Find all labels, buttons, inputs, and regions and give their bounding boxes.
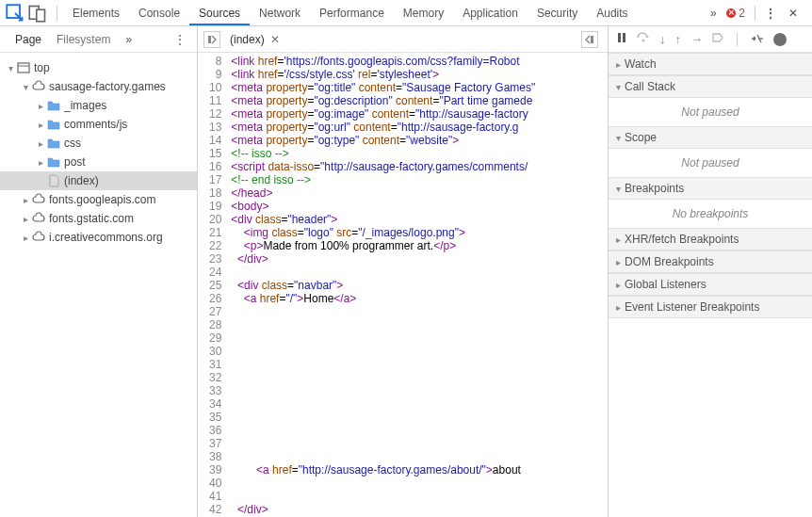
panel-tab-network[interactable]: Network — [250, 1, 310, 25]
panel-tab-audits[interactable]: Audits — [587, 1, 637, 25]
pause-icon[interactable] — [616, 32, 627, 46]
step-icon[interactable]: → — [690, 32, 703, 46]
step-over-icon[interactable] — [637, 32, 650, 46]
twisty-icon[interactable]: ▸ — [21, 195, 30, 205]
panel-tab-console[interactable]: Console — [129, 1, 189, 25]
debugger-pane-header[interactable]: ▸XHR/fetch Breakpoints — [609, 228, 812, 250]
tree-label: fonts.gstatic.com — [49, 212, 134, 225]
tree-item[interactable]: ▸post — [0, 153, 197, 171]
pause-exceptions-icon[interactable] — [773, 33, 787, 46]
tree-item[interactable]: ▸_images — [0, 96, 197, 115]
sidebar-more-icon[interactable]: » — [122, 29, 136, 50]
editor-tab-index[interactable]: (index) ✕ — [224, 29, 285, 50]
tree-item[interactable]: (index) — [0, 171, 197, 190]
cloud-icon — [32, 212, 45, 225]
twisty-icon: ▸ — [616, 234, 621, 245]
debugger-pane-header[interactable]: ▾Scope — [609, 126, 812, 149]
folder-icon — [47, 155, 60, 169]
folder-icon — [47, 118, 60, 131]
pane-label: Call Stack — [625, 80, 675, 93]
cloud-icon — [32, 193, 45, 206]
twisty-icon[interactable]: ▸ — [36, 101, 45, 111]
tree-item[interactable]: ▾top — [0, 58, 197, 77]
panel-tab-elements[interactable]: Elements — [63, 1, 129, 25]
error-number: 2 — [739, 7, 745, 20]
device-icon[interactable] — [28, 4, 47, 23]
svg-rect-6 — [591, 36, 593, 43]
sidebar-menu-icon[interactable]: ⋮ — [171, 29, 189, 50]
error-count[interactable]: ✕ 2 — [726, 7, 745, 20]
twisty-icon[interactable]: ▸ — [21, 214, 30, 224]
tree-item[interactable]: ▸i.creativecommons.org — [0, 228, 197, 247]
tree-label: post — [64, 155, 86, 169]
line-gutter: 8910111213141516171819202122232425262728… — [198, 53, 227, 517]
twisty-icon[interactable]: ▸ — [36, 138, 45, 149]
tree-label: sausage-factory.games — [49, 80, 166, 93]
code-content[interactable]: <link href='https://fonts.googleapis.com… — [227, 53, 535, 517]
tree-item[interactable]: ▸fonts.gstatic.com — [0, 209, 197, 228]
separator — [737, 33, 738, 46]
main-toolbar: ElementsConsoleSourcesNetworkPerformance… — [0, 0, 812, 26]
close-tab-icon[interactable]: ✕ — [270, 33, 280, 46]
tree-item[interactable]: ▸fonts.googleapis.com — [0, 190, 197, 209]
twisty-icon: ▾ — [616, 184, 621, 194]
code-editor: (index) ✕ 891011121314151617181920212223… — [198, 26, 609, 517]
twisty-icon: ▾ — [616, 82, 621, 92]
settings-icon[interactable]: ⋮ — [761, 4, 780, 23]
debugger-pane-header[interactable]: ▸Event Listener Breakpoints — [609, 296, 812, 318]
inspect-icon[interactable] — [6, 4, 24, 23]
more-tabs-icon[interactable]: » — [704, 4, 723, 23]
panel-tab-memory[interactable]: Memory — [394, 1, 453, 25]
twisty-icon: ▸ — [616, 257, 621, 267]
panel-tab-security[interactable]: Security — [528, 1, 587, 25]
deactivate-breakpoints-icon[interactable] — [712, 32, 723, 46]
twisty-icon: ▾ — [616, 133, 621, 143]
tree-label: i.creativecommons.org — [49, 231, 163, 244]
panel-tab-application[interactable]: Application — [453, 1, 528, 25]
panel-tab-sources[interactable]: Sources — [189, 1, 250, 25]
tree-item[interactable]: ▸comments/js — [0, 115, 197, 134]
twisty-icon[interactable]: ▸ — [36, 157, 45, 168]
window-icon — [17, 61, 30, 74]
editor-tabs: (index) ✕ — [198, 26, 608, 53]
pane-label: Scope — [625, 131, 657, 144]
async-icon[interactable] — [751, 32, 764, 46]
sources-sidebar: Page Filesystem » ⋮ ▾top▾sausage-factory… — [0, 26, 198, 517]
debugger-pane-header[interactable]: ▸Global Listeners — [609, 273, 812, 296]
sidebar-tabs: Page Filesystem » ⋮ — [0, 26, 197, 53]
panel-tabs: ElementsConsoleSourcesNetworkPerformance… — [63, 1, 704, 25]
panel-tab-performance[interactable]: Performance — [310, 1, 394, 25]
tree-item[interactable]: ▾sausage-factory.games — [0, 77, 197, 96]
debugger-pane-header[interactable]: ▸DOM Breakpoints — [609, 250, 812, 273]
pane-label: DOM Breakpoints — [625, 255, 714, 268]
step-into-icon[interactable]: ↓ — [659, 32, 666, 46]
debugger-pane-header[interactable]: ▾Breakpoints — [609, 177, 812, 200]
nav-back-icon[interactable] — [203, 31, 220, 48]
separator — [755, 6, 755, 21]
twisty-icon: ▸ — [616, 302, 621, 313]
error-icon: ✕ — [726, 8, 736, 18]
twisty-icon[interactable]: ▸ — [21, 233, 30, 243]
file-icon — [47, 174, 60, 187]
twisty-icon[interactable]: ▾ — [6, 63, 15, 73]
file-tree: ▾top▾sausage-factory.games▸_images▸comme… — [0, 53, 197, 517]
sidebar-tab-filesystem[interactable]: Filesystem — [49, 29, 118, 50]
nav-forward-icon[interactable] — [581, 31, 598, 48]
twisty-icon[interactable]: ▸ — [36, 120, 45, 130]
tree-item[interactable]: ▸css — [0, 134, 197, 153]
pane-label: Event Listener Breakpoints — [625, 300, 759, 314]
tree-label: (index) — [64, 174, 99, 187]
debugger-pane-header[interactable]: ▸Watch — [609, 53, 812, 75]
sidebar-tab-page[interactable]: Page — [8, 29, 49, 50]
close-icon[interactable]: ✕ — [784, 4, 803, 23]
main-area: Page Filesystem » ⋮ ▾top▾sausage-factory… — [0, 26, 812, 517]
twisty-icon[interactable]: ▾ — [21, 82, 30, 92]
debugger-pane-header[interactable]: ▾Call Stack — [609, 75, 812, 98]
pane-label: Breakpoints — [625, 182, 684, 195]
pane-body: Not paused — [609, 98, 812, 126]
debugger-panel: ↓ ↑ → ▸Watch▾Call StackNot paused▾ScopeN… — [609, 26, 812, 517]
step-out-icon[interactable]: ↑ — [675, 32, 682, 46]
pane-label: Watch — [625, 57, 657, 71]
code-area[interactable]: 8910111213141516171819202122232425262728… — [198, 53, 608, 517]
editor-tab-label: (index) — [230, 33, 265, 46]
